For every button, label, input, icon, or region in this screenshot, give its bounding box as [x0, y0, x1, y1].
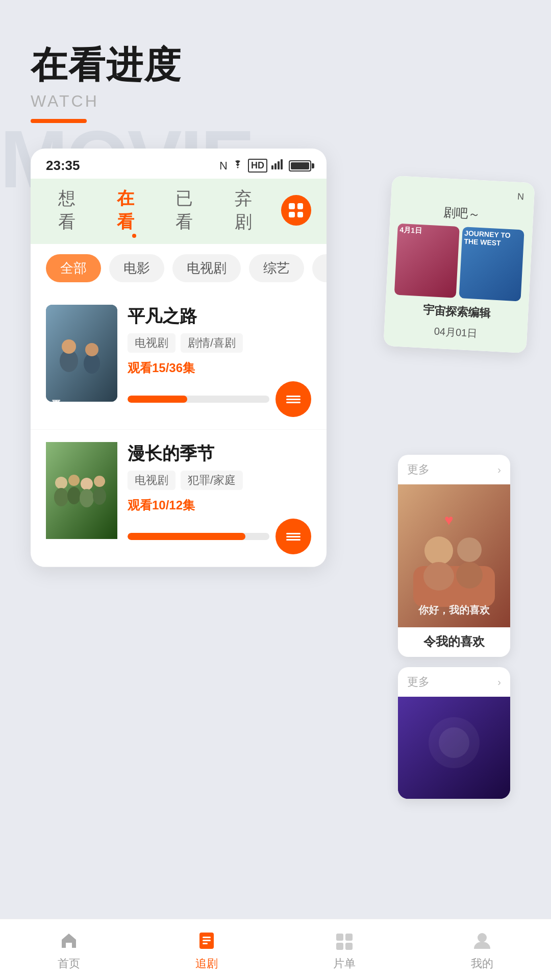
nfc-icon: N [219, 159, 228, 173]
card-container: N 剧吧～ 4月1日 JOURNEY TO THE WEST 宇宙探索编辑 04… [31, 149, 520, 567]
lr-card-romance-title: 令我的喜欢 [398, 627, 510, 657]
show-poster-pfzl: 平凡之路 [46, 305, 117, 402]
lr-card-romance-arrow: › [497, 464, 501, 476]
show-tag-mczj-genre: 犯罪/家庭 [181, 471, 243, 490]
lr-card-dark-image [398, 697, 510, 799]
progress-row-mczj [128, 519, 311, 554]
svg-rect-34 [336, 943, 343, 950]
nav-list-label: 片单 [333, 956, 356, 971]
svg-rect-32 [336, 934, 343, 941]
lr-card-romance-more[interactable]: 更多 [407, 462, 430, 477]
tab-watched[interactable]: 已看 [163, 184, 222, 237]
show-title-mczj: 漫长的季节 [128, 442, 311, 465]
show-poster-mczj [46, 442, 117, 539]
svg-point-16 [80, 489, 94, 507]
poster-mini-journey-text: JOURNEY TO THE WEST [462, 227, 524, 250]
title-underline [31, 119, 87, 123]
svg-point-11 [68, 475, 80, 486]
show-tags-mczj: 电视剧 犯罪/家庭 [128, 471, 311, 490]
signal-icon [271, 159, 284, 173]
add-episode-btn-mczj[interactable] [276, 519, 311, 554]
status-time: 23:35 [46, 158, 80, 174]
progress-bar-fill-mczj [128, 533, 245, 540]
show-tag-mczj-type: 电视剧 [128, 471, 176, 490]
svg-rect-33 [345, 934, 353, 941]
progress-bar-bg-mczj [128, 533, 269, 540]
svg-point-23 [456, 562, 483, 589]
add-episode-icon-pfzl [286, 396, 300, 403]
show-item-pfzl[interactable]: 平凡之路 平凡之路 电视剧 剧情/喜剧 观看15/36集 [31, 292, 327, 430]
svg-rect-3 [281, 159, 283, 169]
nav-home[interactable]: 首页 [57, 928, 81, 971]
me-icon [470, 928, 494, 953]
svg-text:♥: ♥ [444, 511, 454, 528]
filter-row: 全部 电影 电视剧 综艺 动漫 [31, 244, 327, 292]
lr-card-romance-image: ♥ 你好，我的喜欢 [398, 484, 510, 627]
svg-point-21 [423, 562, 454, 591]
svg-point-14 [54, 488, 68, 506]
lower-right-area: 更多 › [398, 455, 510, 809]
svg-rect-29 [203, 937, 211, 938]
svg-rect-30 [203, 940, 211, 941]
bg-card-nfc-icon: N [517, 191, 524, 203]
main-card-area: N 剧吧～ 4月1日 JOURNEY TO THE WEST 宇宙探索编辑 04… [0, 149, 551, 567]
show-item-mczj[interactable]: 漫长的季节 电视剧 犯罪/家庭 观看10/12集 [31, 430, 327, 567]
wifi-icon [232, 159, 244, 173]
lr-card-dark-header: 更多 › [398, 667, 510, 697]
show-title-pfzl: 平凡之路 [128, 305, 311, 328]
svg-rect-1 [274, 163, 277, 169]
filter-all[interactable]: 全部 [46, 254, 101, 282]
show-tags-pfzl: 电视剧 剧情/喜剧 [128, 333, 311, 353]
poster-mini-fashion: 4月1日 [394, 224, 460, 298]
nav-track[interactable]: 追剧 [194, 928, 219, 971]
svg-point-15 [67, 487, 81, 504]
poster-pfzl-text: 平凡之路 [50, 393, 62, 397]
bg-card-right: N 剧吧～ 4月1日 JOURNEY TO THE WEST 宇宙探索编辑 04… [383, 176, 535, 353]
filter-tv[interactable]: 电视剧 [172, 254, 241, 282]
svg-point-36 [478, 933, 487, 942]
lr-card-dark-arrow: › [497, 676, 501, 688]
page-title-zh: 在看进度 [31, 41, 520, 90]
show-tag-pfzl-genre: 剧情/喜剧 [181, 333, 243, 353]
grid-icon [289, 203, 303, 217]
tab-menu-button[interactable] [281, 195, 311, 226]
home-icon [57, 928, 81, 953]
svg-rect-0 [271, 165, 273, 169]
page-title-en: WATCH [31, 92, 520, 111]
lr-card-romance[interactable]: 更多 › [398, 455, 510, 657]
nav-track-label: 追剧 [195, 956, 218, 971]
filter-movie[interactable]: 电影 [109, 254, 164, 282]
svg-rect-2 [278, 161, 280, 169]
nav-me[interactable]: 我的 [470, 928, 494, 971]
tab-dropped[interactable]: 弃剧 [222, 184, 281, 237]
show-info-pfzl: 平凡之路 电视剧 剧情/喜剧 观看15/36集 [128, 305, 311, 417]
svg-point-8 [85, 343, 98, 356]
svg-point-22 [457, 537, 482, 562]
list-icon [332, 928, 357, 953]
poster-mini-fashion-text: 4月1日 [397, 224, 460, 240]
page-header: 在看进度 WATCH [0, 0, 551, 138]
svg-rect-31 [203, 943, 208, 944]
svg-point-6 [62, 339, 76, 354]
hd-icon: HD [248, 159, 267, 173]
status-bar: 23:35 N HD [31, 149, 327, 179]
lr-card-dark-more[interactable]: 更多 [407, 674, 430, 690]
filter-variety[interactable]: 综艺 [249, 254, 304, 282]
filter-anime[interactable]: 动漫 [312, 254, 327, 282]
lr-card-romance-header: 更多 › [398, 455, 510, 484]
svg-point-10 [55, 477, 67, 489]
add-episode-btn-pfzl[interactable] [276, 381, 311, 417]
lr-card-romance-overlay: 你好，我的喜欢 [403, 603, 505, 617]
svg-point-13 [94, 476, 105, 487]
tab-want-watch[interactable]: 想看 [46, 184, 105, 237]
lr-card-dark[interactable]: 更多 › [398, 667, 510, 799]
svg-rect-35 [345, 943, 353, 950]
status-icons: N HD [219, 159, 311, 173]
progress-bar-bg-pfzl [128, 396, 269, 403]
progress-row-pfzl [128, 381, 311, 417]
show-tag-pfzl-type: 电视剧 [128, 333, 176, 353]
tab-watching[interactable]: 在看 [105, 184, 163, 237]
nav-list[interactable]: 片单 [332, 928, 357, 971]
movie-posters-right: 4月1日 JOURNEY TO THE WEST [391, 223, 527, 306]
track-icon [194, 928, 219, 953]
